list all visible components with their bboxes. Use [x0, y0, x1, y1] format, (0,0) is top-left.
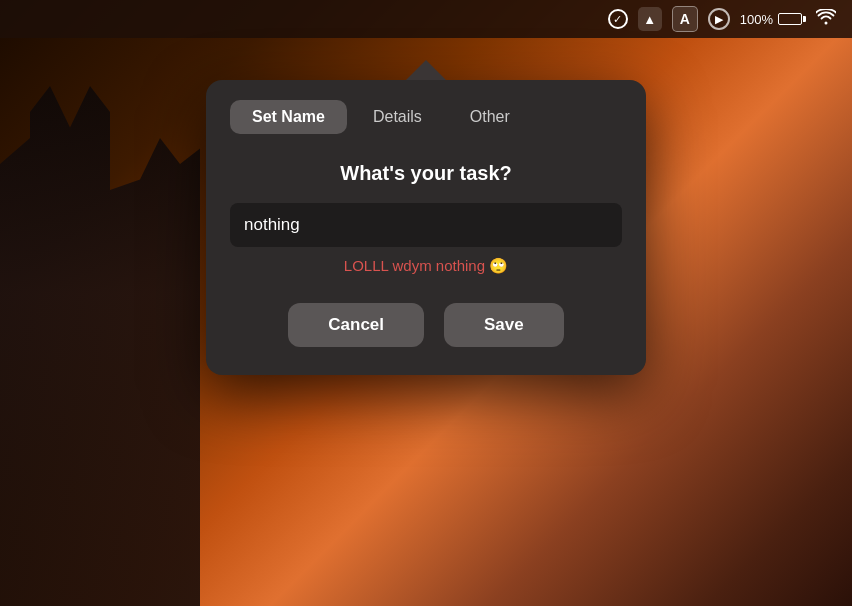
triangle-icon: ▲: [638, 7, 662, 31]
task-question: What's your task?: [230, 162, 622, 185]
menubar: ✓ ▲ A ▶ 100%: [0, 0, 852, 38]
tab-other[interactable]: Other: [448, 100, 532, 134]
dialog-wrapper: Set Name Details Other What's your task?…: [206, 60, 646, 375]
tab-details[interactable]: Details: [351, 100, 444, 134]
tab-set-name[interactable]: Set Name: [230, 100, 347, 134]
check-icon: ✓: [608, 9, 628, 29]
battery-area: 100%: [740, 12, 806, 27]
building-silhouette: [0, 86, 200, 606]
wifi-icon: [816, 9, 836, 29]
task-input[interactable]: [230, 203, 622, 247]
task-dialog: Set Name Details Other What's your task?…: [206, 80, 646, 375]
buttons-row: Cancel Save: [230, 303, 622, 347]
cancel-button[interactable]: Cancel: [288, 303, 424, 347]
tabs-row: Set Name Details Other: [230, 100, 622, 134]
dialog-notch: [406, 60, 446, 80]
error-message: LOLLL wdym nothing 🙄: [230, 257, 622, 275]
battery-percent: 100%: [740, 12, 773, 27]
letter-a-icon: A: [672, 6, 698, 32]
save-button[interactable]: Save: [444, 303, 564, 347]
play-icon: ▶: [708, 8, 730, 30]
battery-icon: [778, 13, 806, 25]
